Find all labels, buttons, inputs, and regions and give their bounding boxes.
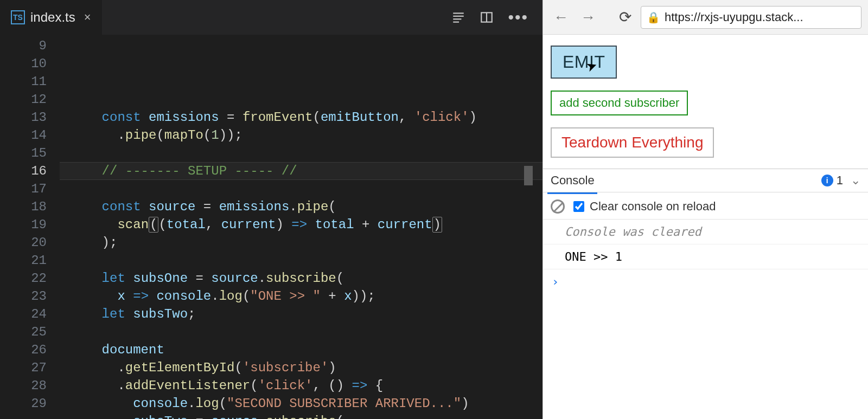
url-bar[interactable]: 🔒 https://rxjs-uyupgu.stack...	[641, 6, 861, 29]
minimap-viewport[interactable]	[524, 166, 533, 185]
console-body: Console was clearedONE >> 1›	[543, 220, 868, 294]
clear-on-reload-toggle[interactable]: Clear console on reload	[573, 199, 716, 214]
code-editor[interactable]: 9101112131415161718192021222324252627282…	[0, 35, 542, 419]
info-count: 1	[837, 173, 843, 188]
console-row: Console was cleared	[543, 220, 868, 244]
emit-button[interactable]: EMIT ➤	[551, 46, 617, 79]
add-subscriber-button[interactable]: add second subscriber	[551, 91, 688, 115]
url-text: https://rxjs-uyupgu.stack...	[665, 10, 803, 24]
split-view-icon[interactable]	[480, 10, 494, 24]
reload-icon[interactable]: ⟳	[614, 6, 636, 29]
console-prompt[interactable]: ›	[543, 269, 868, 294]
clear-on-reload-checkbox[interactable]	[573, 201, 584, 212]
close-tab-icon[interactable]: ×	[84, 10, 91, 24]
lock-icon: 🔒	[647, 11, 660, 24]
browser-navbar: ← → ⟳ 🔒 https://rxjs-uyupgu.stack...	[543, 0, 868, 35]
editor-pane: TS index.ts × ••• 9101112131415161718192…	[0, 0, 542, 419]
page-body: EMIT ➤ add second subscriber Teardown Ev…	[543, 35, 868, 169]
list-icon[interactable]	[451, 10, 465, 24]
more-icon[interactable]: •••	[508, 9, 528, 25]
console-tab[interactable]: Console	[551, 173, 595, 188]
console-header: Console i 1 ⌄	[543, 169, 868, 192]
active-line-highlight	[60, 162, 542, 180]
editor-tabbar: TS index.ts × •••	[0, 0, 542, 35]
console-toolbar: Clear console on reload	[543, 194, 868, 220]
line-gutter: 9101112131415161718192021222324252627282…	[0, 35, 60, 419]
forward-icon[interactable]: →	[577, 6, 599, 29]
devtools-console: Console i 1 ⌄ Clear console on reload Co…	[543, 169, 868, 419]
console-row: ONE >> 1	[543, 244, 868, 269]
tabbar-actions: •••	[437, 0, 542, 35]
teardown-button[interactable]: Teardown Everything	[551, 127, 714, 158]
info-icon[interactable]: i	[821, 175, 833, 186]
chevron-down-icon[interactable]: ⌄	[851, 173, 860, 188]
code-body[interactable]: const emissions = fromEvent(emitButton, …	[60, 35, 542, 419]
ts-file-icon: TS	[11, 10, 25, 24]
back-icon[interactable]: ←	[550, 6, 572, 29]
tab-filename: index.ts	[30, 10, 75, 25]
browser-pane: ← → ⟳ 🔒 https://rxjs-uyupgu.stack... EMI…	[542, 0, 868, 419]
clear-on-reload-label: Clear console on reload	[590, 199, 716, 214]
tab-index-ts[interactable]: TS index.ts ×	[0, 0, 102, 35]
clear-console-icon[interactable]	[551, 199, 565, 214]
